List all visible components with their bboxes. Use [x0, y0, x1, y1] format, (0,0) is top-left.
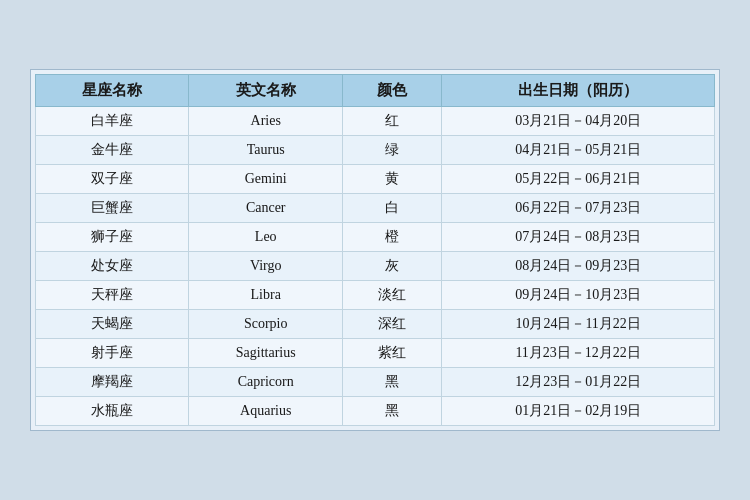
table-cell: 天秤座 — [36, 281, 189, 310]
table-cell: 白羊座 — [36, 107, 189, 136]
table-cell: 射手座 — [36, 339, 189, 368]
table-row: 天蝎座Scorpio深红10月24日－11月22日 — [36, 310, 715, 339]
table-cell: 03月21日－04月20日 — [442, 107, 715, 136]
table-cell: Leo — [189, 223, 342, 252]
table-row: 双子座Gemini黄05月22日－06月21日 — [36, 165, 715, 194]
table-cell: 深红 — [342, 310, 441, 339]
table-cell: 摩羯座 — [36, 368, 189, 397]
table-cell: Scorpio — [189, 310, 342, 339]
table-header-cell: 出生日期（阳历） — [442, 75, 715, 107]
table-cell: Capricorn — [189, 368, 342, 397]
table-cell: Cancer — [189, 194, 342, 223]
table-row: 摩羯座Capricorn黑12月23日－01月22日 — [36, 368, 715, 397]
table-cell: 水瓶座 — [36, 397, 189, 426]
table-cell: 巨蟹座 — [36, 194, 189, 223]
table-cell: Aquarius — [189, 397, 342, 426]
table-cell: 06月22日－07月23日 — [442, 194, 715, 223]
table-cell: 红 — [342, 107, 441, 136]
table-cell: 紫红 — [342, 339, 441, 368]
table-cell: Aries — [189, 107, 342, 136]
table-cell: 金牛座 — [36, 136, 189, 165]
table-cell: 08月24日－09月23日 — [442, 252, 715, 281]
table-cell: 09月24日－10月23日 — [442, 281, 715, 310]
table-cell: 绿 — [342, 136, 441, 165]
table-cell: 11月23日－12月22日 — [442, 339, 715, 368]
table-cell: 白 — [342, 194, 441, 223]
table-header-cell: 星座名称 — [36, 75, 189, 107]
table-row: 狮子座Leo橙07月24日－08月23日 — [36, 223, 715, 252]
table-row: 金牛座Taurus绿04月21日－05月21日 — [36, 136, 715, 165]
table-row: 处女座Virgo灰08月24日－09月23日 — [36, 252, 715, 281]
table-row: 天秤座Libra淡红09月24日－10月23日 — [36, 281, 715, 310]
table-cell: Gemini — [189, 165, 342, 194]
table-header-cell: 颜色 — [342, 75, 441, 107]
table-cell: 黑 — [342, 368, 441, 397]
table-row: 水瓶座Aquarius黑01月21日－02月19日 — [36, 397, 715, 426]
table-cell: Virgo — [189, 252, 342, 281]
table-cell: 双子座 — [36, 165, 189, 194]
table-cell: 灰 — [342, 252, 441, 281]
table-cell: 07月24日－08月23日 — [442, 223, 715, 252]
table-cell: Libra — [189, 281, 342, 310]
table-cell: 12月23日－01月22日 — [442, 368, 715, 397]
table-cell: 黑 — [342, 397, 441, 426]
table-cell: 黄 — [342, 165, 441, 194]
table-cell: 橙 — [342, 223, 441, 252]
table-row: 白羊座Aries红03月21日－04月20日 — [36, 107, 715, 136]
zodiac-table-container: 星座名称英文名称颜色出生日期（阳历） 白羊座Aries红03月21日－04月20… — [30, 69, 720, 431]
table-cell: 狮子座 — [36, 223, 189, 252]
table-row: 巨蟹座Cancer白06月22日－07月23日 — [36, 194, 715, 223]
table-cell: 淡红 — [342, 281, 441, 310]
table-cell: Taurus — [189, 136, 342, 165]
table-cell: 04月21日－05月21日 — [442, 136, 715, 165]
table-header-row: 星座名称英文名称颜色出生日期（阳历） — [36, 75, 715, 107]
table-cell: Sagittarius — [189, 339, 342, 368]
table-header-cell: 英文名称 — [189, 75, 342, 107]
zodiac-table: 星座名称英文名称颜色出生日期（阳历） 白羊座Aries红03月21日－04月20… — [35, 74, 715, 426]
table-cell: 01月21日－02月19日 — [442, 397, 715, 426]
table-row: 射手座Sagittarius紫红11月23日－12月22日 — [36, 339, 715, 368]
table-cell: 处女座 — [36, 252, 189, 281]
table-cell: 天蝎座 — [36, 310, 189, 339]
table-cell: 05月22日－06月21日 — [442, 165, 715, 194]
table-cell: 10月24日－11月22日 — [442, 310, 715, 339]
